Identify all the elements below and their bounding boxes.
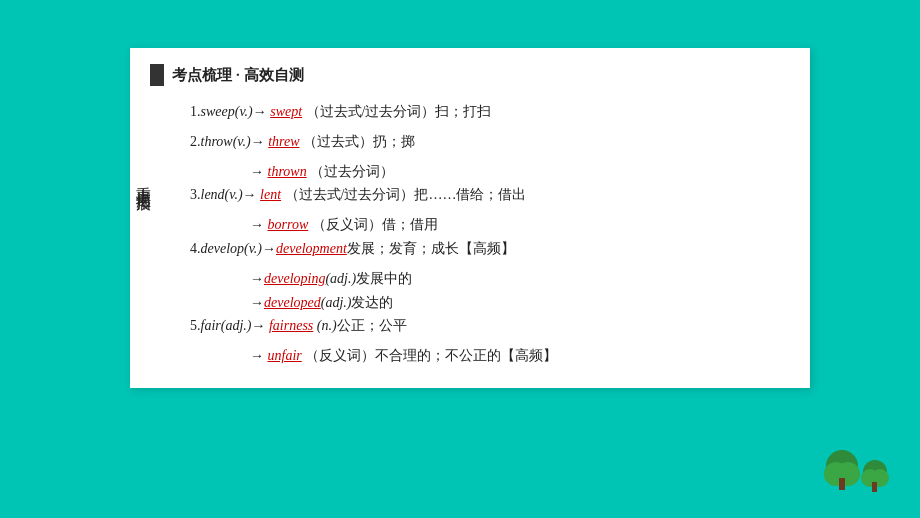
side-label: 重点词汇拓展 — [130, 175, 157, 187]
title-separator: · — [236, 67, 240, 83]
item1-keyword: swept — [270, 104, 302, 119]
item5-sub-arrow: → — [250, 348, 264, 363]
vocab-item-3: 3.lend(v.)→ lent （过去式/过去分词）把……借给；借出 — [190, 183, 790, 207]
vocab-item-5-sub: → unfair （反义词）不合理的；不公正的【高频】 — [250, 344, 790, 368]
item5-keyword: fairness — [269, 318, 313, 333]
vocab-item-1: 1.sweep(v.)→ swept （过去式/过去分词）扫；打扫 — [190, 100, 790, 124]
item5-sub-keyword: unfair — [268, 348, 302, 363]
item3-number: 3. — [190, 187, 201, 202]
item2-number: 2. — [190, 134, 201, 149]
item2-keyword: threw — [268, 134, 299, 149]
item4-sub2-arrow: → — [250, 295, 264, 310]
svg-rect-3 — [839, 478, 845, 490]
tree-icon — [820, 424, 900, 504]
item3-keyword: lent — [260, 187, 281, 202]
vocab-item-5: 5.fair(adj.)→ fairness (n.)公正；公平 — [190, 314, 790, 338]
item5-arrow: → — [251, 318, 265, 333]
item4-desc: 发展；发育；成长【高频】 — [347, 241, 515, 256]
item4-arrow: → — [262, 241, 276, 256]
vocab-item-4-sub1: →developing(adj.)发展中的 — [250, 267, 790, 291]
item4-base: develop(v.) — [201, 241, 263, 256]
header-title: 考点梳理·高效自测 — [172, 66, 304, 85]
item2-base: throw(v.) — [201, 134, 251, 149]
item5-base: fair(adj.) — [201, 318, 252, 333]
vocab-item-2: 2.throw(v.)→ threw （过去式）扔；掷 — [190, 130, 790, 154]
item1-desc: （过去式/过去分词）扫；打扫 — [306, 104, 492, 119]
item4-sub1-keyword: developing — [264, 271, 325, 286]
item4-keyword: development — [276, 241, 347, 256]
item3-sub-desc: （反义词）借；借用 — [312, 217, 438, 232]
item4-sub1-pos: (adj.) — [325, 271, 356, 286]
tree-decoration — [820, 424, 900, 508]
item2-sub-keyword: thrown — [268, 164, 307, 179]
item4-sub2-desc: 发达的 — [351, 295, 393, 310]
item1-base: sweep(v.) — [201, 104, 253, 119]
item1-arrow: → — [253, 104, 267, 119]
header-bar-icon — [150, 64, 164, 86]
item5-desc: 公正；公平 — [337, 318, 407, 333]
item3-desc: （过去式/过去分词）把……借给；借出 — [285, 187, 527, 202]
item5-sub-desc: （反义词）不合理的；不公正的【高频】 — [305, 348, 557, 363]
item3-sub-keyword: borrow — [268, 217, 309, 232]
item5-pos: (n.) — [317, 318, 337, 333]
content-card: 考点梳理·高效自测 1.sweep(v.)→ swept （过去式/过去分词）扫… — [130, 48, 810, 388]
item2-desc: （过去式）扔；掷 — [303, 134, 415, 149]
item3-base: lend(v.) — [201, 187, 243, 202]
item4-sub2-pos: (adj.) — [321, 295, 352, 310]
vocab-item-4-sub2: →developed(adj.)发达的 — [250, 291, 790, 315]
item4-sub2-keyword: developed — [264, 295, 321, 310]
item2-arrow: → — [251, 134, 265, 149]
item1-number: 1. — [190, 104, 201, 119]
svg-rect-7 — [872, 482, 877, 492]
item4-sub1-desc: 发展中的 — [356, 271, 412, 286]
item2-sub-desc: （过去分词） — [310, 164, 394, 179]
item4-number: 4. — [190, 241, 201, 256]
vocab-item-4: 4.develop(v.)→development发展；发育；成长【高频】 — [190, 237, 790, 261]
item2-sub-arrow: → — [250, 164, 264, 179]
title-part2: 高效自测 — [244, 67, 304, 83]
item5-number: 5. — [190, 318, 201, 333]
vocab-list: 1.sweep(v.)→ swept （过去式/过去分词）扫；打扫 2.thro… — [190, 100, 790, 368]
item4-sub1-arrow: → — [250, 271, 264, 286]
title-part1: 考点梳理 — [172, 67, 232, 83]
item3-sub-arrow: → — [250, 217, 264, 232]
item3-arrow: → — [243, 187, 257, 202]
vocab-item-3-sub: → borrow （反义词）借；借用 — [250, 213, 790, 237]
section-header: 考点梳理·高效自测 — [150, 64, 790, 86]
vocab-item-2-sub: → thrown （过去分词） — [250, 160, 790, 184]
